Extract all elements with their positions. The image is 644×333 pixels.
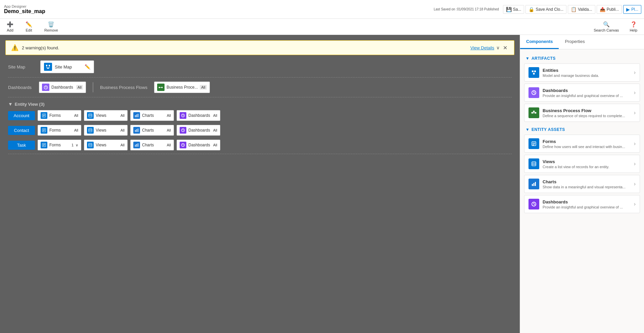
- forms-text: Forms Define how users will see and inte…: [543, 139, 631, 149]
- bpf-desc: Define a sequence of steps required to c…: [543, 114, 631, 118]
- bpf-icon: [528, 107, 539, 118]
- publish-button[interactable]: 📤 Publi...: [597, 5, 622, 14]
- contact-button[interactable]: Contact: [8, 126, 35, 135]
- charts-name: Charts: [543, 179, 631, 184]
- contact-forms-icon: [41, 127, 47, 134]
- contact-charts-card[interactable]: Charts All: [130, 125, 174, 136]
- contact-dashboards-card[interactable]: Dashboards All: [177, 125, 220, 136]
- account-dashboards-card[interactable]: Dashboards All: [177, 110, 220, 121]
- bpf-card[interactable]: Business Proce... All: [154, 82, 210, 93]
- contact-views-card[interactable]: Views All: [84, 125, 128, 136]
- task-views-name: Views: [96, 143, 119, 147]
- svg-rect-61: [534, 183, 535, 186]
- dashboards-label: Dashboards: [8, 85, 35, 90]
- sitemap-card[interactable]: Site Map ✏️: [40, 60, 94, 73]
- search-canvas-button[interactable]: 🔍 Search Canvas: [591, 20, 622, 34]
- account-forms-icon: [41, 112, 47, 119]
- dashboards-artifact-name: Dashboards: [543, 88, 631, 93]
- account-charts-name: Charts: [142, 113, 165, 118]
- artifacts-section-header[interactable]: ▼ ARTIFACTS: [524, 53, 640, 63]
- dashboards-asset-name: Dashboards: [543, 199, 631, 204]
- task-button[interactable]: Task: [8, 141, 35, 150]
- task-forms-card[interactable]: Forms 1 ∨: [38, 140, 81, 150]
- svg-rect-57: [532, 162, 536, 166]
- account-views-name: Views: [96, 113, 119, 118]
- dashboards-asset-desc: Provide an insightful and graphical over…: [543, 205, 631, 209]
- svg-rect-41: [136, 144, 137, 147]
- dashboards-card[interactable]: Dashboards All: [39, 82, 86, 93]
- task-views-card[interactable]: Views All: [84, 140, 128, 150]
- dashboards-artifact-desc: Provide an insightful and graphical over…: [543, 94, 631, 98]
- dashboards-artifact-icon: [528, 87, 539, 98]
- component-views[interactable]: Views Create a list view of records for …: [524, 155, 640, 173]
- tab-components[interactable]: Components: [520, 35, 559, 49]
- save-and-close-button[interactable]: 🔒 Save And Clo...: [525, 5, 566, 14]
- svg-rect-18: [135, 115, 136, 117]
- account-views-badge: All: [121, 113, 125, 117]
- play-button[interactable]: ▶ Pl...: [623, 5, 641, 14]
- entity-assets-section-header[interactable]: ▼ ENTITY ASSETS: [524, 125, 640, 135]
- svg-rect-45: [534, 70, 536, 72]
- entity-row-task: Task Forms 1 ∨ Views All: [8, 138, 512, 152]
- panel-tabs: Components Properties: [520, 35, 644, 49]
- divider-2: [8, 97, 512, 97]
- task-forms-dropdown-icon[interactable]: ∨: [76, 143, 78, 147]
- component-dashboards-asset[interactable]: Dashboards Provide an insightful and gra…: [524, 195, 640, 213]
- sitemap-edit-button[interactable]: ✏️: [85, 64, 90, 69]
- main-layout: ⚠️ 2 warning(s) found. View Details ∨ ✕ …: [0, 35, 644, 333]
- svg-rect-62: [535, 182, 536, 186]
- svg-point-50: [533, 111, 535, 112]
- account-forms-card[interactable]: Forms All: [38, 110, 81, 121]
- entity-assets-toggle-icon: ▼: [525, 127, 530, 132]
- account-charts-card[interactable]: Charts All: [130, 110, 174, 121]
- svg-rect-19: [136, 114, 137, 117]
- task-charts-card[interactable]: Charts All: [130, 140, 174, 150]
- play-icon: ▶: [626, 7, 630, 12]
- component-dashboards-artifact[interactable]: Dashboards Provide an insightful and gra…: [524, 84, 640, 102]
- entities-name: Entities: [543, 68, 631, 73]
- task-forms-badge: 1: [72, 143, 74, 147]
- task-dashboards-card[interactable]: Dashboards All: [177, 140, 220, 150]
- forms-icon: [528, 138, 539, 149]
- edit-button[interactable]: ✏️ Edit: [23, 20, 35, 34]
- dashboards-card-badge: All: [76, 85, 83, 90]
- dashboards-asset-arrow-icon: ›: [634, 201, 636, 207]
- right-panel: Components Properties ▼ ARTIFACTS Entiti…: [520, 35, 644, 333]
- account-button[interactable]: Account: [8, 111, 35, 120]
- dashboards-row: Dashboards Dashboards All Business Proce…: [8, 79, 512, 96]
- publish-icon: 📤: [600, 7, 605, 12]
- save-button[interactable]: 💾 Sa...: [503, 5, 524, 14]
- contact-forms-card[interactable]: Forms All: [38, 125, 81, 136]
- views-arrow-icon: ›: [634, 161, 636, 167]
- views-name: Views: [543, 159, 631, 164]
- dashboards-artifact-text: Dashboards Provide an insightful and gra…: [543, 88, 631, 98]
- account-dashboards-name: Dashboards: [188, 113, 211, 118]
- task-dashboards-icon: [180, 142, 186, 148]
- help-button[interactable]: ❓ Help: [627, 20, 640, 34]
- entity-view-header: ▼ Entity View (3): [8, 99, 512, 108]
- artifacts-section-title: ARTIFACTS: [532, 56, 556, 61]
- component-bpf[interactable]: Business Process Flow Define a sequence …: [524, 104, 640, 122]
- warning-close-icon[interactable]: ✕: [502, 45, 509, 51]
- component-entities[interactable]: Entities Model and manage business data.…: [524, 63, 640, 82]
- canvas[interactable]: ⚠️ 2 warning(s) found. View Details ∨ ✕ …: [0, 35, 520, 333]
- view-details-button[interactable]: View Details: [470, 45, 494, 50]
- forms-desc: Define how users will see and interact w…: [543, 145, 631, 149]
- warning-banner: ⚠️ 2 warning(s) found. View Details ∨ ✕: [5, 40, 514, 55]
- entity-view-toggle-icon[interactable]: ▼: [8, 101, 13, 107]
- account-forms-badge: All: [74, 113, 78, 117]
- component-charts[interactable]: Charts Show data in a meaningful and vis…: [524, 175, 640, 193]
- views-icon: [528, 158, 539, 169]
- svg-rect-15: [89, 114, 92, 117]
- bpf-text: Business Process Flow Define a sequence …: [543, 108, 631, 118]
- validate-button[interactable]: 📋 Valida...: [568, 5, 595, 14]
- remove-button[interactable]: 🗑️ Remove: [42, 20, 61, 34]
- validate-icon: 📋: [571, 7, 577, 12]
- account-views-card[interactable]: Views All: [84, 110, 128, 121]
- warning-chevron-icon[interactable]: ∨: [496, 45, 500, 50]
- component-forms[interactable]: Forms Define how users will see and inte…: [524, 135, 640, 153]
- svg-point-49: [535, 112, 537, 114]
- charts-icon: [528, 179, 539, 189]
- tab-properties[interactable]: Properties: [559, 35, 591, 49]
- add-button[interactable]: ➕ Add: [4, 20, 16, 34]
